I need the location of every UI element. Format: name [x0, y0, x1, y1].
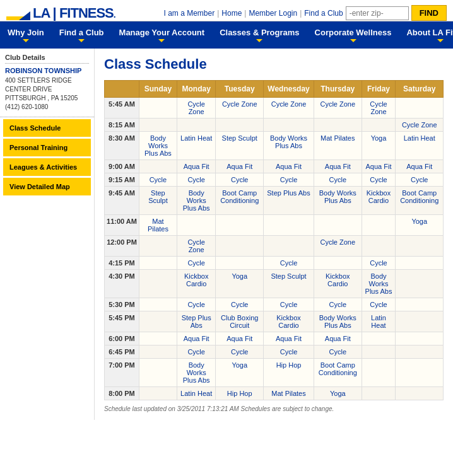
class-link[interactable]: Kickbox Cardio	[326, 272, 350, 287]
class-link[interactable]: Body Works Plus Abs	[319, 189, 356, 204]
personal-training-button[interactable]: Personal Training	[3, 139, 91, 156]
class-link[interactable]: Boot Camp Conditioning	[220, 189, 259, 204]
find-button[interactable]: FIND	[411, 5, 447, 21]
class-cell: Body Works Plus Abs	[177, 187, 216, 215]
class-link[interactable]: Cycle	[231, 301, 249, 308]
class-link[interactable]: Cycle Zone	[271, 100, 307, 108]
class-link[interactable]: Aqua Fit	[406, 163, 432, 170]
class-link[interactable]: Aqua Fit	[325, 163, 351, 170]
site-logo: LA | FITNESS.	[6, 6, 115, 20]
class-link[interactable]: Cycle Zone	[370, 100, 387, 115]
find-club-link[interactable]: Find a Club	[304, 9, 343, 18]
class-cell	[177, 215, 216, 236]
class-link[interactable]: Cycle	[187, 301, 205, 308]
time-cell: 4:30 PM	[105, 270, 139, 298]
class-link[interactable]: Cycle	[231, 348, 249, 356]
class-link[interactable]: Cycle	[150, 176, 167, 183]
class-link[interactable]: Latin Heat	[180, 390, 212, 397]
class-link[interactable]: Cycle	[187, 348, 205, 356]
nav-manage-account[interactable]: Manage Your Account	[112, 21, 213, 49]
home-link[interactable]: Home	[221, 9, 242, 18]
class-link[interactable]: Aqua Fit	[226, 163, 252, 170]
class-link[interactable]: Cycle	[187, 176, 205, 183]
class-link[interactable]: Aqua Fit	[366, 163, 392, 170]
class-cell: Aqua Fit	[314, 160, 362, 173]
class-link[interactable]: Yoga	[232, 272, 247, 280]
class-link[interactable]: Cycle	[280, 176, 298, 183]
class-link[interactable]: Cycle	[329, 348, 347, 356]
class-link[interactable]: Boot Camp Conditioning	[400, 189, 438, 204]
class-link[interactable]: Cycle	[370, 259, 387, 267]
class-link[interactable]: Aqua Fit	[276, 335, 302, 342]
class-schedule-button[interactable]: Class Schedule	[3, 119, 91, 137]
nav-corporate-wellness[interactable]: Corporate Wellness	[307, 21, 399, 49]
class-link[interactable]: Cycle Zone	[222, 100, 257, 108]
class-link[interactable]: Step Plus Abs	[267, 189, 310, 197]
class-link[interactable]: Boot Camp Conditioning	[319, 361, 357, 376]
class-link[interactable]: Cycle	[411, 176, 428, 183]
class-link[interactable]: Body Works Plus Abs	[144, 134, 172, 157]
class-cell	[216, 119, 263, 132]
class-link[interactable]: Hip Hop	[227, 390, 252, 397]
class-link[interactable]: Cycle	[187, 259, 205, 267]
class-link[interactable]: Mat Pilates	[271, 390, 305, 397]
class-link[interactable]: Latin Heat	[180, 134, 212, 142]
class-link[interactable]: Cycle	[329, 176, 347, 183]
class-link[interactable]: Yoga	[411, 218, 427, 225]
time-cell: 12:00 PM	[105, 236, 139, 257]
class-link[interactable]: Mat Pilates	[321, 134, 355, 142]
class-link[interactable]: Cycle	[329, 301, 347, 308]
class-link[interactable]: Mat Pilates	[148, 218, 168, 233]
class-link[interactable]: Aqua Fit	[184, 163, 209, 170]
class-link[interactable]: Kickbox Cardio	[367, 189, 391, 204]
class-link[interactable]: Cycle	[280, 348, 298, 356]
class-link[interactable]: Body Works Plus Abs	[183, 361, 210, 384]
class-link[interactable]: Club Boxing Circuit	[221, 314, 258, 329]
class-link[interactable]: Body Works Plus Abs	[365, 272, 392, 295]
class-link[interactable]: Step Sculpt	[222, 134, 257, 142]
nav-about[interactable]: About LA Fitness	[399, 21, 453, 49]
nav-find-club[interactable]: Find a Club	[52, 21, 112, 49]
class-link[interactable]: Aqua Fit	[325, 335, 351, 342]
member-link[interactable]: I am a Member	[163, 9, 215, 18]
class-cell	[362, 345, 396, 359]
class-link[interactable]: Step Sculpt	[148, 189, 168, 204]
class-link[interactable]: Cycle	[370, 176, 387, 183]
class-link[interactable]: Cycle	[370, 301, 387, 308]
class-link[interactable]: Yoga	[371, 134, 387, 142]
class-link[interactable]: Body Works Plus Abs	[319, 314, 356, 329]
class-link[interactable]: Cycle Zone	[320, 100, 355, 108]
class-link[interactable]: Aqua Fit	[184, 335, 209, 342]
table-row: 9:45 AMStep SculptBody Works Plus AbsBoo…	[105, 187, 444, 215]
class-link[interactable]: Cycle Zone	[320, 238, 355, 246]
view-detailed-map-button[interactable]: View Detailed Map	[3, 178, 91, 195]
class-link[interactable]: Aqua Fit	[276, 163, 302, 170]
class-link[interactable]: Cycle	[280, 259, 298, 267]
class-link[interactable]: Cycle Zone	[187, 238, 205, 253]
class-link[interactable]: Step Sculpt	[271, 272, 306, 280]
class-cell: Boot Camp Conditioning	[314, 359, 362, 387]
class-link[interactable]: Cycle Zone	[187, 100, 205, 115]
class-link[interactable]: Aqua Fit	[226, 335, 252, 342]
table-row: 6:45 PMCycleCycleCycleCycle	[105, 345, 444, 359]
class-link[interactable]: Latin Heat	[404, 134, 435, 142]
zip-input[interactable]	[346, 6, 409, 20]
col-header-saturday: Saturday	[396, 81, 444, 98]
class-link[interactable]: Yoga	[232, 361, 247, 369]
member-login-link[interactable]: Member Login	[249, 9, 297, 18]
nav-why-join[interactable]: Why Join	[0, 21, 52, 49]
class-link[interactable]: Body Works Plus Abs	[183, 189, 210, 212]
class-link[interactable]: Step Plus Abs	[182, 314, 211, 329]
class-link[interactable]: Kickbox Cardio	[276, 314, 301, 329]
class-link[interactable]: Hip Hop	[276, 361, 302, 369]
class-link[interactable]: Body Works Plus Abs	[270, 134, 307, 149]
class-link[interactable]: Yoga	[330, 390, 346, 397]
leagues-activities-button[interactable]: Leagues & Activities	[3, 158, 91, 176]
class-link[interactable]: Cycle	[231, 176, 249, 183]
class-cell: Club Boxing Circuit	[216, 311, 263, 332]
nav-classes-programs[interactable]: Classes & Programs	[212, 21, 307, 49]
class-link[interactable]: Latin Heat	[371, 314, 386, 329]
class-link[interactable]: Cycle	[280, 301, 298, 308]
class-link[interactable]: Cycle Zone	[402, 121, 437, 129]
class-link[interactable]: Kickbox Cardio	[184, 272, 209, 287]
